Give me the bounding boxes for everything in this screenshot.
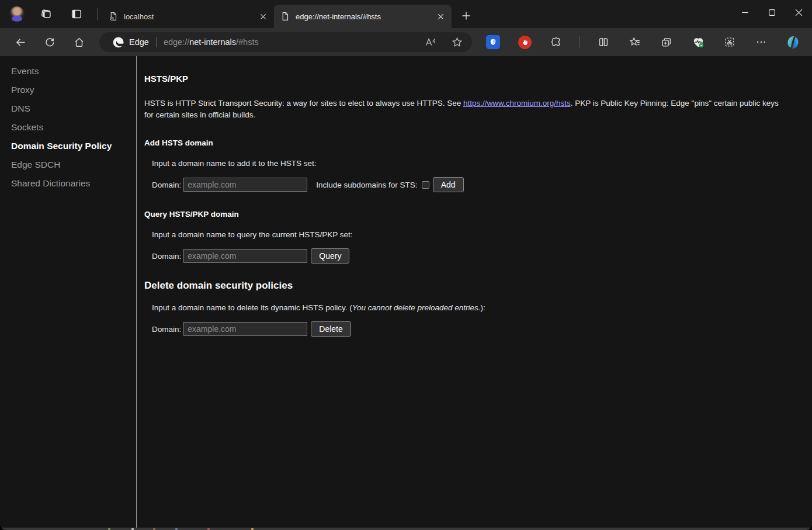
copilot-button[interactable]	[785, 34, 801, 50]
url-host: net-internals	[189, 37, 236, 47]
taskbar-sliver	[0, 528, 812, 530]
tab-net-internals[interactable]: edge://net-internals/#hsts	[274, 5, 452, 28]
addressbar-divider	[156, 37, 157, 47]
site-badge-label: Edge	[129, 37, 149, 47]
add-hsts-instruction: Input a domain name to add it to the HST…	[152, 159, 784, 168]
query-hsts-form: Domain: Query	[152, 248, 784, 264]
page-content: Events Proxy DNS Sockets Domain Security…	[0, 56, 812, 528]
intro-paragraph: HSTS is HTTP Strict Transport Security: …	[144, 98, 784, 121]
address-bar[interactable]: Edge edge://net-internals/#hsts	[99, 32, 472, 52]
extensions-puzzle-icon	[550, 36, 563, 49]
chromium-hsts-link[interactable]: https://www.chromium.org/hsts	[463, 99, 571, 108]
url-text: edge://net-internals/#hsts	[164, 37, 259, 47]
tab-close-icon[interactable]	[258, 11, 268, 22]
sidebar-item-sockets[interactable]: Sockets	[0, 118, 136, 137]
read-aloud-icon[interactable]	[423, 35, 437, 49]
addressbar-actions	[423, 35, 464, 49]
favorite-star-icon[interactable]	[450, 35, 464, 49]
refresh-button[interactable]	[41, 33, 58, 51]
tab-localhost[interactable]: localhost	[102, 5, 274, 28]
add-domain-input[interactable]	[183, 178, 307, 192]
tab-strip: localhost edge://net-internals/#hsts	[102, 0, 475, 28]
toolbar-icons	[485, 34, 801, 50]
page-error-icon	[108, 11, 119, 22]
more-options-icon	[755, 36, 767, 48]
add-hsts-heading: Add HSTS domain	[144, 138, 784, 147]
plus-icon	[461, 11, 471, 20]
query-hsts-heading: Query HSTS/PKP domain	[144, 210, 784, 219]
web-capture-icon	[723, 36, 736, 49]
delete-policies-heading: Delete domain security policies	[144, 280, 784, 292]
url-path: /#hsts	[236, 37, 259, 47]
domain-label: Domain:	[152, 252, 181, 261]
title-bar: localhost edge://net-internals/#hsts	[0, 0, 812, 28]
include-subdomains-checkbox[interactable]	[422, 181, 429, 189]
refresh-icon	[44, 36, 55, 48]
profile-avatar[interactable]	[9, 6, 25, 22]
titlebar-divider	[97, 8, 98, 20]
browser-essentials-icon	[692, 36, 705, 49]
sidebar-item-domain-security-policy[interactable]: Domain Security Policy	[0, 137, 136, 155]
adblock-icon	[518, 36, 532, 49]
minimize-icon	[741, 9, 749, 16]
page-title: HSTS/PKP	[144, 74, 784, 84]
delete-domain-input[interactable]	[183, 322, 307, 336]
edge-logo-icon	[112, 36, 124, 49]
intro-text-before: HSTS is HTTP Strict Transport Security: …	[144, 99, 463, 108]
delete-button[interactable]: Delete	[311, 321, 351, 337]
sidebar-item-edge-sdch[interactable]: Edge SDCH	[0, 155, 136, 174]
workspaces-icon	[40, 8, 53, 20]
domain-label: Domain:	[152, 325, 181, 334]
window-controls	[731, 0, 812, 25]
browser-window: localhost edge://net-internals/#hsts	[0, 0, 812, 530]
more-options-button[interactable]	[753, 34, 769, 50]
add-hsts-form: Domain: Include subdomains for STS: Add	[152, 177, 784, 192]
tab-actions-button[interactable]	[68, 5, 85, 23]
query-button[interactable]: Query	[311, 248, 349, 264]
hsts-panel: HSTS/PKP HSTS is HTTP Strict Transport S…	[137, 56, 812, 528]
tab-title: edge://net-internals/#hsts	[296, 12, 435, 21]
home-icon	[73, 36, 85, 49]
split-screen-button[interactable]	[595, 34, 612, 50]
extensions-button[interactable]	[548, 34, 564, 50]
sidebar-item-proxy[interactable]: Proxy	[0, 81, 136, 99]
web-capture-button[interactable]	[721, 34, 738, 50]
browser-essentials-button[interactable]	[690, 34, 706, 50]
domain-label: Domain:	[152, 181, 181, 189]
delete-policies-form: Domain: Delete	[152, 321, 784, 337]
copilot-icon	[785, 34, 801, 50]
site-info-badge[interactable]: Edge	[107, 36, 149, 49]
favorites-icon	[629, 36, 641, 49]
new-tab-button[interactable]	[457, 7, 475, 25]
back-button[interactable]	[12, 33, 29, 51]
bitwarden-icon	[486, 35, 500, 49]
add-button[interactable]: Add	[433, 177, 464, 192]
url-scheme: edge://	[164, 37, 189, 47]
toolbar-divider	[579, 36, 580, 48]
query-hsts-instruction: Input a domain name to query the current…	[152, 230, 784, 239]
delete-instruction-before: Input a domain name to delete its dynami…	[152, 303, 352, 312]
tab-close-icon[interactable]	[435, 11, 446, 22]
sidebar-item-events[interactable]: Events	[0, 62, 136, 81]
split-screen-icon	[597, 36, 610, 49]
delete-instruction-italic: You cannot delete preloaded entries.	[352, 303, 481, 312]
query-domain-input[interactable]	[183, 249, 307, 263]
bitwarden-extension-button[interactable]	[485, 34, 501, 50]
favorites-button[interactable]	[627, 34, 643, 50]
include-subdomains-label: Include subdomains for STS:	[316, 181, 417, 189]
maximize-button[interactable]	[758, 0, 785, 25]
tab-actions-icon	[70, 8, 83, 20]
delete-policies-instruction: Input a domain name to delete its dynami…	[152, 303, 784, 312]
back-icon	[15, 36, 27, 49]
collections-button[interactable]	[658, 34, 675, 50]
navigation-toolbar: Edge edge://net-internals/#hsts	[0, 28, 812, 56]
sidebar-item-shared-dictionaries[interactable]: Shared Dictionaries	[0, 174, 136, 193]
close-window-button[interactable]	[785, 0, 812, 25]
sidebar-item-dns[interactable]: DNS	[0, 99, 136, 118]
home-button[interactable]	[70, 33, 88, 51]
maximize-icon	[768, 9, 776, 16]
adblock-extension-button[interactable]	[516, 34, 533, 50]
collections-icon	[660, 36, 673, 49]
minimize-button[interactable]	[731, 0, 758, 25]
workspaces-button[interactable]	[37, 5, 55, 23]
